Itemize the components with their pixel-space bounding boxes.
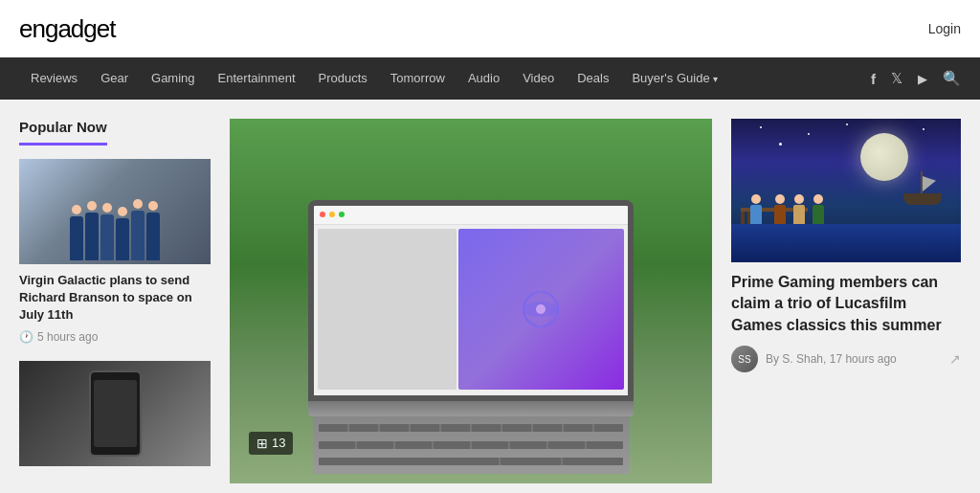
nav-item-gear[interactable]: Gear <box>89 57 140 100</box>
content-area: Popular Now Virgin Galactic plans to sen… <box>0 100 980 493</box>
char-head <box>751 194 761 204</box>
sidebar-article-1-image <box>19 159 211 264</box>
right-article-1-title: Prime Gaming members can claim a trio of… <box>731 272 961 336</box>
person-5 <box>131 211 145 260</box>
main-featured[interactable]: ⊞ 13 <box>230 119 712 483</box>
laptop-screen <box>308 200 634 401</box>
key <box>441 424 470 432</box>
key <box>319 441 355 449</box>
laptop-base <box>308 401 634 416</box>
key <box>319 458 499 465</box>
nav-social-icons: f 𝕏 ▶ 🔍 <box>871 70 961 87</box>
char-head <box>813 194 823 204</box>
character-3 <box>793 194 805 226</box>
login-button[interactable]: Login <box>928 21 961 36</box>
char-head <box>775 194 785 204</box>
featured-image: ⊞ 13 <box>230 119 712 483</box>
clock-icon: 🕐 <box>19 330 33 344</box>
water <box>731 224 961 262</box>
tile-main <box>458 229 624 390</box>
key <box>548 441 585 449</box>
avatar-initials: SS <box>738 354 750 365</box>
sidebar-article-1-title: Virgin Galactic plans to send Richard Br… <box>19 272 211 325</box>
key <box>380 424 409 432</box>
night-scene <box>731 119 961 262</box>
youtube-icon[interactable]: ▶ <box>918 72 927 86</box>
astronaut-group <box>70 211 160 264</box>
laptop-scene <box>230 119 712 483</box>
character-4 <box>813 194 824 226</box>
character-2 <box>774 194 786 226</box>
nav-links: Reviews Gear Gaming Entertainment Produc… <box>19 57 729 101</box>
screen-body <box>314 225 628 395</box>
screen-content <box>314 206 628 395</box>
key <box>594 424 623 432</box>
dot-red <box>320 212 325 217</box>
key <box>587 441 623 449</box>
facebook-icon[interactable]: f <box>871 71 876 87</box>
key <box>472 424 501 432</box>
key <box>472 441 508 449</box>
right-article-1-image <box>731 119 961 262</box>
popular-now-header: Popular Now <box>19 119 107 146</box>
nav-item-audio[interactable]: Audio <box>457 57 511 100</box>
key <box>349 424 378 432</box>
moon <box>860 133 908 181</box>
key <box>501 458 561 465</box>
dot-green <box>339 212 345 217</box>
share-icon[interactable]: ↗ <box>949 351 961 367</box>
twitter-icon[interactable]: 𝕏 <box>891 70 902 87</box>
search-icon[interactable]: 🔍 <box>943 70 961 87</box>
nav-item-gaming[interactable]: Gaming <box>140 57 207 100</box>
star <box>923 128 924 130</box>
author-info: By S. Shah, 17 hours ago <box>766 352 897 366</box>
sidebar-article-1[interactable]: Virgin Galactic plans to send Richard Br… <box>19 159 211 344</box>
character-1 <box>750 194 762 226</box>
person-2 <box>85 213 99 260</box>
screen-header <box>314 206 628 225</box>
keyboard-row-3 <box>319 458 623 465</box>
nav-item-deals[interactable]: Deals <box>566 57 620 100</box>
nav-item-entertainment[interactable]: Entertainment <box>207 57 307 100</box>
key <box>411 424 439 432</box>
main-nav: Reviews Gear Gaming Entertainment Produc… <box>0 57 980 100</box>
char-body <box>793 205 805 226</box>
key <box>357 441 393 449</box>
sidebar-article-2[interactable] <box>19 361 211 466</box>
star <box>760 126 762 128</box>
key <box>502 424 531 432</box>
key <box>510 441 546 449</box>
ship-hull <box>903 193 942 205</box>
gallery-icon: ⊞ <box>256 436 268 451</box>
char-head <box>794 194 804 204</box>
popular-now-title: Popular Now <box>19 119 107 135</box>
dot-yellow <box>329 212 335 217</box>
key <box>434 441 470 449</box>
laptop-container <box>308 200 634 474</box>
featured-overlay: ⊞ 13 <box>249 432 293 455</box>
star <box>808 133 810 135</box>
star <box>846 123 848 125</box>
sidebar: Popular Now Virgin Galactic plans to sen… <box>19 119 211 483</box>
keyboard-row-2 <box>319 441 623 449</box>
site-logo[interactable]: engadget <box>19 14 115 44</box>
star <box>779 143 782 146</box>
nav-item-video[interactable]: Video <box>511 57 566 100</box>
right-article-1-meta: SS By S. Shah, 17 hours ago ↗ <box>731 346 961 372</box>
key <box>533 424 562 432</box>
right-article-1[interactable]: Prime Gaming members can claim a trio of… <box>731 119 961 372</box>
ship-sail <box>923 176 936 191</box>
phone-screen <box>94 380 137 447</box>
key <box>319 424 347 432</box>
tile-1 <box>318 229 457 390</box>
nav-item-buyers-guide[interactable]: Buyer's Guide ▾ <box>620 57 729 101</box>
nav-item-tomorrow[interactable]: Tomorrow <box>379 57 457 100</box>
nav-item-products[interactable]: Products <box>307 57 379 100</box>
image-counter: ⊞ 13 <box>249 432 293 455</box>
nav-item-reviews[interactable]: Reviews <box>19 57 89 100</box>
svg-point-3 <box>536 304 546 314</box>
laptop-keyboard <box>313 416 629 474</box>
right-sidebar: Prime Gaming members can claim a trio of… <box>731 119 961 483</box>
key <box>564 424 592 432</box>
sidebar-article-1-time: 🕐 5 hours ago <box>19 330 211 344</box>
